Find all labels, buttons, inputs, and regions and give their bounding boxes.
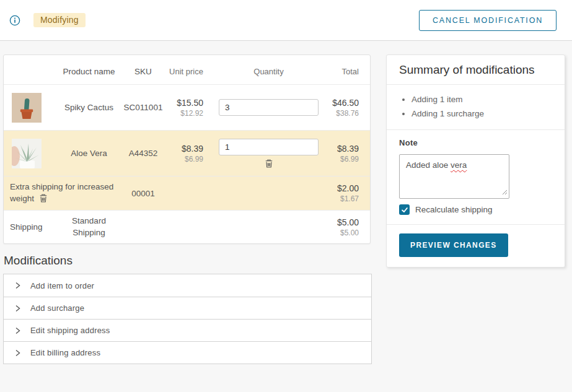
header-sku: SKU (118, 61, 168, 77)
shipping-label: Shipping (4, 222, 59, 232)
recalculate-shipping-label: Recalculate shipping (415, 205, 493, 214)
product-sku: SC011001 (118, 103, 168, 112)
note-text: Added aloe (406, 160, 451, 170)
accordion-edit-shipping-address[interactable]: Edit shipping address (4, 319, 371, 341)
total-secondary: $5.00 (329, 229, 359, 237)
header-quantity: Quantity (208, 61, 329, 77)
total-cell: $2.00 $1.67 (329, 183, 370, 203)
quantity-input[interactable] (219, 139, 319, 155)
checkbox-checked-icon[interactable] (399, 204, 410, 215)
product-name: Spiky Cactus (59, 103, 118, 112)
note-section: Note Added aloe vera Recalculate shippin… (387, 130, 565, 225)
modifications-accordion: Add item to order Add surcharge Edit shi… (3, 274, 372, 364)
order-items-table: Product name SKU Unit price Quantity Tot… (3, 54, 371, 244)
textarea-resize-handle[interactable] (501, 188, 508, 197)
header-unit-price: Unit price (168, 61, 208, 77)
top-bar: Modifying CANCEL MODIFICATION (0, 0, 572, 41)
note-textarea[interactable]: Added aloe vera (399, 154, 509, 199)
summary-bullet: Adding 1 surcharge (411, 107, 552, 121)
unit-price-secondary: $12.92 (168, 109, 203, 118)
summary-bullet-list: Adding 1 item Adding 1 surcharge (387, 85, 565, 130)
accordion-label: Edit billing address (30, 348, 100, 357)
total-cell: $46.50 $38.76 (329, 98, 370, 118)
product-sku: A44352 (118, 149, 168, 158)
product-image-cell (4, 139, 59, 168)
modifications-title: Modifications (4, 254, 73, 268)
unit-price-cell: $15.50 $12.92 (168, 98, 208, 118)
accordion-label: Add surcharge (30, 303, 84, 313)
summary-footer: PREVIEW CHANGES (387, 225, 565, 267)
product-name: Aloe Vera (59, 149, 118, 158)
chevron-right-icon (14, 327, 21, 334)
quantity-cell (208, 139, 329, 168)
header-product-name: Product name (59, 61, 118, 77)
chevron-right-icon (14, 305, 21, 312)
recalculate-shipping-option[interactable]: Recalculate shipping (399, 204, 552, 215)
chevron-right-icon (14, 282, 21, 289)
summary-bullet: Adding 1 item (411, 92, 552, 107)
total-cell: $5.00 $5.00 (329, 217, 370, 237)
total: $8.39 (329, 144, 359, 154)
total-secondary: $6.99 (329, 155, 359, 163)
unit-price: $8.39 (168, 144, 203, 154)
table-row-aloe-vera: Aloe Vera A44352 $8.39 $6.99 $8.39 $6.99 (4, 130, 370, 176)
unit-price-secondary: $6.99 (168, 155, 203, 163)
chevron-right-icon (14, 349, 21, 357)
total: $2.00 (329, 183, 359, 193)
quantity-cell (208, 99, 329, 116)
table-row-surcharge: Extra shipping for increased weight 0000… (4, 176, 370, 210)
quantity-input[interactable] (219, 99, 319, 116)
total: $46.50 (329, 98, 359, 108)
accordion-label: Add item to order (30, 281, 94, 290)
note-text-misspelled: vera (451, 160, 467, 170)
header-image-spacer (4, 72, 59, 77)
accordion-edit-billing-address[interactable]: Edit billing address (4, 341, 371, 364)
summary-panel: Summary of modifications Adding 1 item A… (386, 54, 565, 268)
table-row-shipping: Shipping Standard Shipping $5.00 $5.00 (4, 210, 370, 243)
product-image-cell (4, 93, 59, 123)
cactus-photo (12, 93, 42, 123)
table-header-row: Product name SKU Unit price Quantity Tot… (4, 55, 370, 84)
unit-price: $15.50 (168, 98, 203, 108)
summary-title: Summary of modifications (399, 63, 552, 77)
total-secondary: $1.67 (329, 194, 359, 203)
table-row-spiky-cactus: Spiky Cactus SC011001 $15.50 $12.92 $46.… (4, 84, 370, 130)
total: $5.00 (329, 217, 359, 227)
unit-price-cell: $8.39 $6.99 (168, 144, 208, 163)
aloe-photo (12, 139, 42, 168)
status-badge: Modifying (33, 13, 86, 27)
cancel-modification-button[interactable]: CANCEL MODIFICATION (419, 10, 557, 31)
surcharge-label-cell: Extra shipping for increased weight (4, 181, 118, 205)
header-total: Total (329, 61, 370, 77)
total-secondary: $38.76 (329, 109, 359, 118)
summary-header: Summary of modifications (387, 55, 565, 85)
shipping-method: Standard Shipping (59, 216, 118, 239)
accordion-add-surcharge[interactable]: Add surcharge (4, 297, 371, 319)
note-label: Note (399, 138, 552, 147)
preview-changes-button[interactable]: PREVIEW CHANGES (399, 233, 508, 257)
surcharge-label: Extra shipping for increased weight (10, 182, 113, 203)
accordion-label: Edit shipping address (30, 326, 110, 335)
trash-icon[interactable] (38, 193, 48, 203)
surcharge-sku: 00001 (118, 189, 168, 198)
accordion-add-item-to-order[interactable]: Add item to order (4, 274, 371, 297)
total-cell: $8.39 $6.99 (329, 144, 370, 163)
info-icon[interactable] (9, 15, 20, 26)
trash-icon[interactable] (264, 159, 274, 168)
